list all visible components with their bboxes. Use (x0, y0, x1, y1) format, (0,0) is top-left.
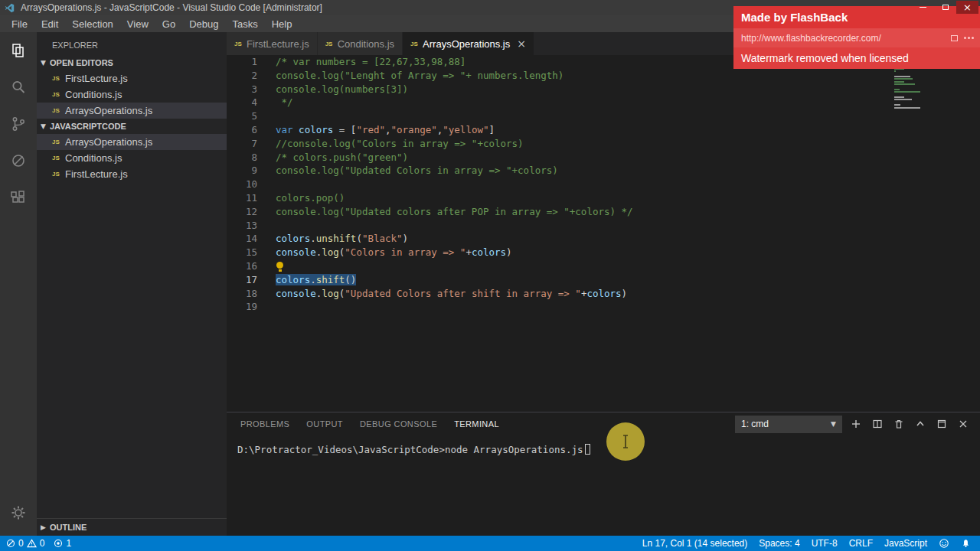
menu-view[interactable]: View (120, 18, 155, 30)
kill-terminal-trash-icon[interactable] (888, 416, 910, 433)
debug-icon[interactable] (0, 142, 37, 179)
language-mode[interactable]: JavaScript (884, 538, 927, 549)
settings-gear-icon[interactable] (0, 494, 37, 531)
search-icon[interactable] (0, 69, 37, 106)
code-line[interactable]: var colors = ["red","orange","yellow"] (276, 123, 633, 137)
encoding-setting[interactable]: UTF-8 (812, 538, 838, 549)
code-line[interactable]: /* colors.push("green") (276, 151, 633, 165)
new-terminal-button[interactable] (845, 416, 867, 433)
close-panel-button[interactable] (952, 416, 974, 433)
source-control-icon[interactable] (0, 106, 37, 142)
cursor-position[interactable]: Ln 17, Col 1 (14 selected) (642, 538, 747, 549)
file-tree-item[interactable]: JSArraysOperations.js (37, 134, 227, 150)
indicator-count: 1 (66, 538, 71, 549)
file-tree-item[interactable]: JSFirstLecture.js (37, 166, 227, 182)
line-number: 4 (227, 96, 257, 109)
chevron-down-icon: ▼ (831, 420, 836, 428)
restore-button[interactable] (934, 1, 956, 14)
folder-header[interactable]: ▼ JAVASCRIPTCODE (37, 119, 227, 134)
code-line[interactable] (276, 259, 633, 273)
tab-arraysoperations-js[interactable]: JSArraysOperations.js× (403, 32, 534, 55)
tab-firstlecture-js[interactable]: JSFirstLecture.js (227, 32, 318, 55)
code-line[interactable]: console.log("Updated Colors after shift … (276, 287, 633, 301)
tab-conditions-js[interactable]: JSConditions.js (318, 32, 403, 55)
chevron-down-icon: ▼ (37, 59, 50, 67)
line-number: 12 (227, 205, 257, 219)
flashback-watermark: Made by FlashBack http://www.flashbackre… (733, 6, 980, 69)
notifications-bell-icon[interactable] (961, 538, 971, 549)
code-line[interactable]: console.log(numbers[3]) (276, 83, 633, 96)
open-editor-item[interactable]: JSFirstLecture.js (37, 70, 227, 86)
panel-tab-problems[interactable]: PROBLEMS (240, 419, 289, 429)
panel-tab-output[interactable]: OUTPUT (306, 419, 343, 429)
js-file-icon: JS (52, 171, 65, 178)
menu-edit[interactable]: Edit (34, 18, 65, 30)
terminal-output[interactable]: D:\Protractor_Videos\JavaScriptCode>node… (227, 435, 980, 536)
js-file-icon: JS (52, 107, 65, 114)
code-line[interactable] (276, 300, 633, 314)
open-editor-item[interactable]: JSArraysOperations.js (37, 103, 227, 119)
minimize-button[interactable] (912, 1, 934, 14)
code-line[interactable]: colors.shift() (276, 273, 633, 287)
eol-setting[interactable]: CRLF (849, 538, 873, 549)
status-bar: 0 0 1 Ln 17, Col 1 (14 selected) Spaces:… (0, 536, 980, 551)
code-line[interactable]: colors.unshift("Black") (276, 232, 633, 246)
code-line[interactable] (276, 178, 633, 191)
menu-help[interactable]: Help (265, 18, 299, 30)
sidebar-title: EXPLORER (37, 32, 227, 55)
error-icon (6, 539, 15, 548)
line-number: 19 (227, 300, 257, 314)
menu-debug[interactable]: Debug (182, 18, 225, 30)
watermark-more-icon[interactable] (964, 37, 966, 39)
explorer-icon[interactable] (0, 32, 37, 69)
code-line[interactable]: console.log("Updated Colors in array => … (276, 164, 633, 178)
window-controls: × (912, 1, 978, 14)
code-line[interactable] (276, 109, 633, 123)
extensions-icon[interactable] (0, 179, 37, 216)
watermark-window-icon[interactable] (951, 35, 958, 41)
maximize-panel-chevron-icon[interactable] (910, 416, 931, 433)
code-line[interactable] (276, 219, 633, 233)
open-editor-item[interactable]: JSConditions.js (37, 86, 227, 103)
circle-indicator-icon (54, 539, 63, 548)
js-file-icon: JS (52, 91, 65, 98)
js-file-icon: JS (52, 139, 65, 145)
lightbulb-icon[interactable] (276, 262, 284, 272)
terminal-selector-dropdown[interactable]: 1: cmd ▼ (735, 416, 842, 433)
code-line[interactable]: colors.pop() (276, 191, 633, 205)
code-line[interactable]: //console.log("Colors in array => "+colo… (276, 137, 633, 151)
panel-tab-terminal[interactable]: TERMINAL (454, 419, 499, 429)
code-line[interactable]: console.log("Lenght of Array => "+ numbe… (276, 69, 633, 83)
open-editors-header[interactable]: ▼ OPEN EDITORS (37, 55, 227, 70)
code-editor[interactable]: 12345678910111213141516171819 /* var num… (227, 55, 980, 412)
menu-selection[interactable]: Selection (65, 18, 119, 30)
split-terminal-button[interactable] (867, 416, 888, 433)
close-tab-icon[interactable]: × (517, 37, 526, 50)
workbench: EXPLORER ▼ OPEN EDITORS JSFirstLecture.j… (0, 32, 980, 536)
outline-header[interactable]: ▶ OUTLINE (37, 518, 227, 536)
menu-file[interactable]: File (5, 18, 34, 30)
problems-status[interactable]: 0 0 (6, 538, 44, 549)
close-button[interactable]: × (956, 1, 978, 14)
line-number: 16 (227, 259, 257, 273)
feedback-smiley-icon[interactable] (939, 538, 949, 549)
tab-label: ArraysOperations.js (423, 38, 510, 50)
js-file-icon: JS (325, 41, 338, 47)
minimap[interactable] (894, 63, 943, 112)
code-line[interactable]: console.log("Updated colors after POP in… (276, 205, 633, 219)
code-line[interactable]: /* var numbers = [22,67,33,98,88] (276, 55, 633, 69)
code-line[interactable]: */ (276, 96, 633, 109)
chevron-down-icon: ▼ (37, 122, 50, 130)
file-tree-item[interactable]: JSConditions.js (37, 150, 227, 166)
file-label: ArraysOperations.js (65, 105, 152, 116)
indent-setting[interactable]: Spaces: 4 (759, 538, 799, 549)
watermark-url[interactable]: http://www.flashbackrecorder.com/ (741, 33, 881, 44)
menu-tasks[interactable]: Tasks (225, 18, 264, 30)
indicator-status[interactable]: 1 (54, 538, 71, 549)
menu-go[interactable]: Go (155, 18, 182, 30)
code-line[interactable]: console.log("Colors in array => "+colors… (276, 246, 633, 259)
panel-tab-debug-console[interactable]: DEBUG CONSOLE (360, 419, 437, 429)
error-count: 0 (18, 538, 24, 549)
restore-panel-button[interactable] (931, 416, 952, 433)
explorer-sidebar: EXPLORER ▼ OPEN EDITORS JSFirstLecture.j… (37, 32, 227, 536)
